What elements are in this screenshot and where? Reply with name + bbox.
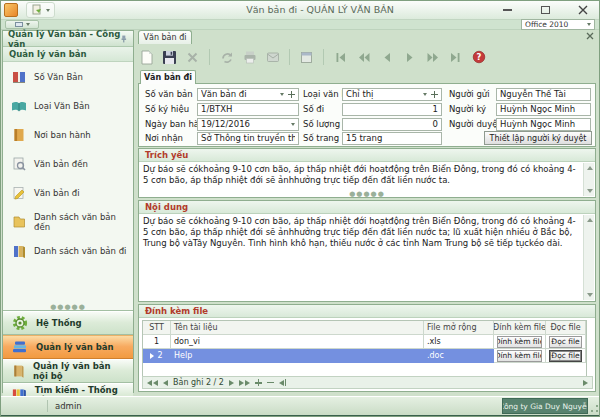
column-header-dinh-kem-file[interactable]: Đính kèm file [494, 321, 546, 335]
nav-button-quan-ly-van-ban[interactable]: Quản lý văn bản [3, 335, 133, 359]
pager-add-button[interactable] [255, 379, 262, 386]
column-header-stt[interactable]: STT [143, 321, 171, 335]
nav-first-button[interactable] [332, 49, 349, 65]
so-trang-label: Số trang [303, 132, 339, 145]
maximize-button[interactable] [534, 2, 556, 18]
sidebar-item-van-ban-den[interactable]: Văn bản đến [3, 149, 133, 178]
new-document-button[interactable] [138, 49, 155, 65]
cell-name: Help [171, 349, 424, 363]
tab-van-ban-di[interactable]: Văn bản đi [138, 30, 192, 44]
dropdown-icon[interactable] [280, 93, 284, 96]
quick-access-toolbar[interactable] [26, 2, 55, 18]
cell-stt: 2 [157, 351, 162, 360]
close-tab-icon [586, 32, 594, 40]
sidebar-item-danh-sach-van-ban-den[interactable]: Danh sách văn bản đến [3, 207, 133, 236]
trich-yeu-group: Trích yếu Dự báo sẽ cókhoảng 9-10 cơn bã… [138, 148, 596, 198]
resize-grip-icon[interactable] [590, 404, 599, 413]
nguoi-ky-input[interactable]: Huỳnh Ngọc Minh [496, 103, 591, 116]
pager-last-button[interactable] [239, 380, 250, 386]
scroll-up-icon[interactable] [587, 166, 593, 170]
nav-first-icon [334, 51, 347, 64]
logged-in-user: admin [55, 401, 82, 411]
pager-prev-button[interactable] [163, 380, 168, 386]
nav-last-button[interactable] [447, 49, 464, 65]
pager-first-button[interactable] [147, 380, 158, 386]
nav-prev-button[interactable] [378, 49, 395, 65]
close-icon [578, 5, 588, 15]
print-button[interactable] [241, 49, 258, 65]
window-title: Văn bản đi - QUẢN LÝ VĂN BẢN [150, 4, 490, 15]
noi-nhan-input[interactable]: Sở Thông tin truyền thông [197, 132, 299, 145]
table-row-selected[interactable]: 2 Help .doc Đính kèm file Đọc file [143, 349, 586, 363]
sidebar-group-header[interactable]: Quản lý văn bản [3, 47, 133, 62]
add-icon[interactable] [288, 91, 295, 98]
sidebar-item-van-ban-di[interactable]: Văn bản đi [3, 178, 133, 207]
dropdown-icon[interactable] [423, 93, 427, 96]
nav-button-quan-ly-van-ban-noi-bo[interactable]: Quản lý văn bản nội bộ [3, 359, 133, 383]
pager-delete-button[interactable] [267, 382, 274, 384]
print-icon [243, 50, 257, 64]
scroll-down-icon[interactable] [587, 293, 593, 297]
close-tab-button[interactable] [586, 32, 594, 42]
attach-file-button[interactable]: Đính kèm file [497, 336, 542, 348]
close-button[interactable] [572, 2, 594, 18]
sidebar-item-label: Danh sách văn bản đi [34, 246, 126, 256]
hscroll-right-button[interactable] [583, 380, 588, 386]
loai-van-ban-combo[interactable]: Chỉ thị [342, 88, 442, 101]
toolbar: ? [138, 45, 596, 69]
theme-selector[interactable]: Office 2010 [521, 19, 595, 30]
window-button[interactable] [298, 49, 315, 65]
so-trang-input[interactable]: 15 trang [342, 132, 442, 145]
help-button[interactable]: ? [470, 49, 487, 65]
so-van-ban-combo[interactable]: Văn bản đi [197, 88, 299, 101]
attach-file-button[interactable]: Đính kèm file [497, 350, 542, 362]
nav-next-button[interactable] [401, 49, 418, 65]
nav-button-he-thong[interactable]: Hệ Thống [3, 311, 133, 335]
export-button[interactable] [264, 49, 281, 65]
sidebar-item-so-van-ban[interactable]: Số Văn Bản [3, 62, 133, 91]
resize-grip[interactable]: ●●●●● [139, 188, 595, 198]
noi-dung-textarea[interactable]: Dự báo sẽ cókhoảng 9-10 cơn bão, áp thấp… [139, 214, 595, 301]
delete-button[interactable] [184, 49, 201, 65]
minimize-button[interactable] [496, 2, 518, 18]
sidebar-group-label: Quản lý văn bản [9, 49, 87, 59]
trich-yeu-text: Dự báo sẽ cókhoảng 9-10 cơn bão, áp thấp… [143, 164, 576, 185]
nguoi-duyet-input[interactable]: Huỳnh Ngọc Minh [496, 118, 591, 131]
column-header-file-mo-rong[interactable]: File mở rộng [424, 321, 494, 335]
nav-fast-prev-button[interactable] [355, 49, 372, 65]
nguoi-gui-input[interactable]: Nguyễn Thế Tài [496, 88, 591, 101]
pager-next-button[interactable] [229, 380, 234, 386]
add-icon[interactable] [431, 91, 438, 98]
books-icon [11, 243, 27, 259]
refresh-button[interactable] [218, 49, 235, 65]
pin-icon[interactable] [120, 34, 128, 44]
nav-fast-next-button[interactable] [424, 49, 441, 65]
qat-dropdown-icon[interactable] [46, 9, 50, 12]
dropdown-icon[interactable] [291, 123, 295, 126]
status-bar: admin Công ty Gia Duy Nguyễn [0, 396, 600, 415]
hscroll-left-button[interactable] [279, 379, 287, 386]
document-search-icon [11, 156, 27, 172]
nguoi-ky-label: Người ký [449, 103, 486, 116]
read-file-button[interactable]: Đọc file [549, 336, 582, 348]
read-file-button[interactable]: Đọc file [549, 350, 582, 362]
sidebar-splitter[interactable]: ●●●●● [3, 303, 133, 310]
so-di-input[interactable]: 1 [342, 103, 442, 116]
attachments-group: Đính kèm file STT Tên tài liệu File mở r… [138, 304, 596, 392]
so-ky-hieu-input[interactable]: 1/BTXH [197, 103, 299, 116]
noi-nhan-label: Nơi nhận [145, 132, 183, 145]
ngay-ban-hanh-datepicker[interactable]: 19/12/2016 [197, 118, 299, 131]
sidebar-item-noi-ban-hanh[interactable]: Nơi ban hành [3, 120, 133, 149]
form-tab-van-ban-di[interactable]: Văn bản đi [140, 70, 196, 84]
column-header-doc-file[interactable]: Đọc file [546, 321, 586, 335]
scrollbar[interactable] [583, 215, 594, 300]
sidebar-item-danh-sach-van-ban-di[interactable]: Danh sách văn bản đi [3, 236, 133, 265]
setup-signer-button[interactable]: Thiết lập người ký duyệt [484, 131, 592, 145]
so-luong-ban-input[interactable]: 0 [342, 118, 442, 131]
scroll-up-icon[interactable] [587, 218, 593, 222]
app-icon[interactable] [4, 3, 18, 17]
table-row[interactable]: 1 don_vi .xls Đính kèm file Đọc file [143, 335, 586, 349]
sidebar-item-loai-van-ban[interactable]: Loại Văn Bản [3, 91, 133, 120]
column-header-ten-tai-lieu[interactable]: Tên tài liệu [171, 321, 424, 335]
save-button[interactable] [161, 49, 178, 65]
